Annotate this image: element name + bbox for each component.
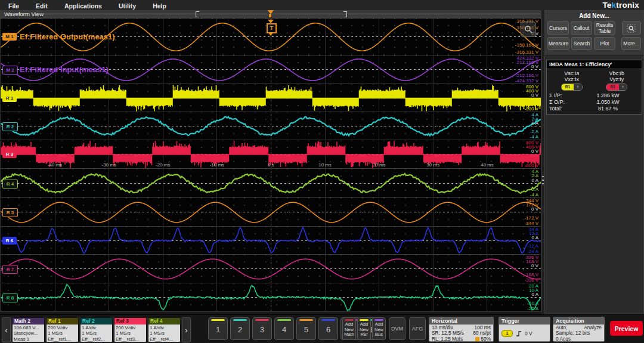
channel-badge-r6[interactable]: R 6 xyxy=(2,237,17,245)
menu-item-file[interactable]: File xyxy=(0,1,27,10)
scale-label: -424.332 V xyxy=(515,79,538,84)
channel-4-button[interactable]: 4 xyxy=(274,317,294,340)
source-badge-r3: R3+ xyxy=(606,84,627,91)
add-new-results-table-button[interactable]: Results Table xyxy=(594,21,615,35)
trace-label: Ef:Filtered Output(meas1) xyxy=(20,32,115,41)
scale-label: -800 V xyxy=(524,107,538,112)
source-badge-toggle-icon: + xyxy=(574,84,582,90)
channel-5-button[interactable]: 5 xyxy=(296,317,316,340)
channel-color-stripe xyxy=(211,319,225,321)
measurement-row: Total:81.67 % xyxy=(549,106,639,112)
meas-source-label: Vxz:Ix xyxy=(549,76,595,82)
add-new-callout-button[interactable]: Callout xyxy=(571,21,592,35)
menu-item-applications[interactable]: Applications xyxy=(56,1,110,10)
channel-badge-r1[interactable]: R 1 xyxy=(2,94,17,102)
horizontal-value: 50% xyxy=(475,336,491,342)
add-color-stripe xyxy=(345,319,354,321)
acq-count: 0 Acqs xyxy=(556,336,571,342)
scale-label: -158.166 V xyxy=(515,43,538,48)
scroll-right-button[interactable]: › xyxy=(182,317,191,342)
waveform-badge-ref-4[interactable]: Ref 41 A/div1 MS/sEff__ref4... xyxy=(148,317,181,342)
measurement-value: 1.050 kW xyxy=(577,99,639,105)
waveform-badge-math-2[interactable]: Math 2106.083 V...Static|low...Meas 1 xyxy=(12,317,45,342)
channel-2-button[interactable]: 2 xyxy=(230,317,250,340)
waveform-column: Waveform View M 1Ef:Filtered Output(meas… xyxy=(0,10,541,314)
trigger-flag[interactable]: T xyxy=(267,23,277,33)
waveform-badge-ref-1[interactable]: Ref 1200 V/div1 MS/sEff__ref1... xyxy=(46,317,79,342)
menu-item-utility[interactable]: Utility xyxy=(110,1,144,10)
channel-6-button[interactable]: 6 xyxy=(318,317,338,340)
scroll-left-button[interactable]: ‹ xyxy=(2,317,11,342)
badge-row: 1 MS/s xyxy=(150,330,179,336)
add-new-cursors-button[interactable]: Cursors xyxy=(547,21,569,35)
channel-3-button[interactable]: 3 xyxy=(252,317,272,340)
add-new-ref-button[interactable]: AddNewRef xyxy=(357,317,371,340)
menu-item-edit[interactable]: Edit xyxy=(27,1,56,10)
channel-color-stripe xyxy=(277,319,291,321)
time-axis-label: 20 ms xyxy=(373,162,386,168)
channel-badge-m2[interactable]: M 2 xyxy=(2,66,18,75)
afg-button[interactable]: AFG xyxy=(409,317,426,340)
add-new-plot-button[interactable]: Plot xyxy=(594,37,615,50)
channel-badge-r8[interactable]: R 8 xyxy=(2,293,18,302)
trigger-panel[interactable]: Trigger 1 0 V xyxy=(499,317,550,342)
badge-body: 1 A/div1 MS/sEff__ref4... xyxy=(148,325,180,342)
channel-number: 1 xyxy=(209,325,227,334)
trigger-level: 0 V xyxy=(525,330,532,336)
channel-badge-r2[interactable]: R 2 xyxy=(2,122,18,131)
channel-number: 4 xyxy=(275,325,293,334)
badge-row: Eff__ref4... xyxy=(150,336,179,342)
scale-label: 0 A xyxy=(531,121,538,126)
channel-badge-r5[interactable]: R 5 xyxy=(2,208,18,217)
badge-title: Ref 2 xyxy=(80,318,112,325)
badge-row: Eff__ref1... xyxy=(48,336,77,342)
add-new-bus-button[interactable]: AddNewBus xyxy=(372,317,386,340)
zoom-area-button[interactable] xyxy=(622,21,641,35)
waveform-badge-ref-3[interactable]: Ref 3200 V/div1 MS/sEff__ref3... xyxy=(114,317,147,342)
scale-label: 0 V xyxy=(531,264,538,268)
acquisition-panel[interactable]: Acquisition Auto,Analyze Sample: 12 bits… xyxy=(553,317,605,342)
source-badge-label: R3 xyxy=(606,84,618,90)
time-axis-label: -20 ms xyxy=(156,162,170,168)
badge-body: 200 V/div1 MS/sEff__ref3... xyxy=(114,325,146,342)
add-button-label: AddNewBus xyxy=(373,322,385,338)
scale-label: -24 A xyxy=(527,249,538,254)
trigger-title: Trigger xyxy=(499,317,550,325)
trigger-source-badge: 1 xyxy=(501,330,513,337)
badge-title: Ref 1 xyxy=(47,318,78,325)
scale-label: -400 V xyxy=(524,158,538,163)
toolbar-divider xyxy=(617,37,620,50)
scale-label: 0 V xyxy=(531,64,538,69)
badge-title: Ref 3 xyxy=(114,318,146,325)
channel-badge-r4[interactable]: R 4 xyxy=(2,180,18,189)
expansion-point-icon[interactable] xyxy=(268,10,274,14)
scale-label: 0 A xyxy=(531,178,538,183)
scale-label: -800 V xyxy=(524,163,538,168)
add-new-measure-button[interactable]: Measure xyxy=(547,37,569,50)
horizontal-panel[interactable]: Horizontal 10 ms/div100 msSR: 12.5 MS/s8… xyxy=(429,317,494,342)
horizontal-value: RL: 1.25 Mpts xyxy=(432,336,463,342)
imda-measurement-badge[interactable]: IMDA Meas 1: Efficiency' Vac:IaVbc:IbVxz… xyxy=(546,60,642,115)
trigger-position-icon xyxy=(475,337,479,341)
channel-badge-m1[interactable]: M 1 xyxy=(2,33,17,41)
meas-source-badges: R1+R3+ xyxy=(549,84,639,91)
time-axis-label: 10 ms xyxy=(318,162,332,168)
add-new-math-button[interactable]: AddNewMath xyxy=(342,317,356,340)
channel-color-stripe xyxy=(255,319,269,321)
preview-button[interactable]: Preview xyxy=(610,321,643,336)
scale-label: 0 V xyxy=(531,207,538,212)
channel-color-stripe xyxy=(233,319,247,321)
magnifier-icon xyxy=(627,24,636,33)
channel-1-button[interactable]: 1 xyxy=(208,317,228,340)
channel-badge-r3[interactable]: R 3 xyxy=(2,150,17,158)
add-new-search-button[interactable]: Search xyxy=(571,37,592,50)
add-button-label: AddNewMath xyxy=(343,322,355,338)
menu-item-help[interactable]: Help xyxy=(144,1,175,10)
time-axis-label: -10 ms xyxy=(210,162,224,168)
more-button[interactable]: More... xyxy=(621,37,641,50)
zoom-overlay-button[interactable] xyxy=(521,21,536,37)
channel-badge-r7[interactable]: R 7 xyxy=(2,265,18,274)
waveform-badge-ref-2[interactable]: Ref 21 A/div1 MS/sEff__ref2... xyxy=(80,317,113,342)
dvm-button[interactable]: DVM xyxy=(389,317,405,340)
scale-label: 0 A xyxy=(531,292,538,297)
